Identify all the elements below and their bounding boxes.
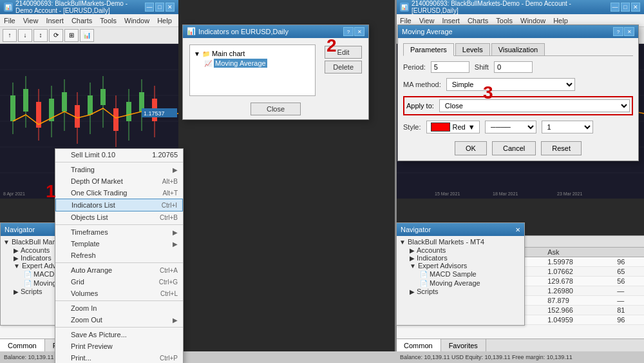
- common-tab-right[interactable]: Common: [396, 339, 441, 351]
- maximize-btn[interactable]: □: [155, 3, 164, 12]
- right-menu-insert[interactable]: Insert: [440, 17, 461, 25]
- menu-view[interactable]: View: [22, 17, 40, 25]
- menu-zoom-in[interactable]: Zoom In: [55, 302, 183, 314]
- menu-charts[interactable]: Charts: [70, 17, 93, 25]
- right-menu-view[interactable]: View: [418, 17, 436, 25]
- right-menu-window[interactable]: Window: [519, 17, 547, 25]
- auto-arrange-label: Auto Arrange: [71, 266, 112, 274]
- delete-indicator-btn[interactable]: Delete: [325, 61, 362, 74]
- right-nav-root-item[interactable]: ▼ BlackBull Markets - MT4: [399, 237, 522, 246]
- toolbar-btn-6[interactable]: 📊: [80, 29, 94, 42]
- period-input[interactable]: [431, 61, 469, 73]
- expand-icon-4: ▶: [14, 288, 19, 295]
- separator-1: [55, 162, 183, 162]
- ma-tab-visualization[interactable]: Visualization: [491, 43, 545, 55]
- menu-file[interactable]: File: [3, 17, 17, 25]
- menu-trading[interactable]: Trading ▶: [55, 164, 183, 175]
- toolbar-btn-3[interactable]: ↕: [33, 29, 48, 42]
- right-nav-ma-item[interactable]: 📄 Moving Average: [399, 279, 522, 288]
- sell-limit-value: 1.20765: [152, 151, 178, 159]
- ma-help-btn[interactable]: ?: [613, 27, 623, 36]
- ma-tabs: Parameters Levels Visualization: [403, 43, 633, 56]
- right-navigator-label: Navigator: [401, 226, 431, 233]
- template-label: Template: [71, 240, 100, 248]
- objects-list-shortcut: Ctrl+B: [160, 214, 178, 221]
- period-label: Period:: [403, 63, 426, 71]
- menu-window[interactable]: Window: [123, 17, 151, 25]
- reset-btn[interactable]: Reset: [541, 141, 582, 155]
- ok-btn[interactable]: OK: [455, 141, 487, 155]
- grid-shortcut: Ctrl+G: [159, 279, 178, 286]
- style-row: Style: Red ▼ ──── - - - 1 2 3: [403, 121, 633, 133]
- menu-help[interactable]: Help: [156, 17, 173, 25]
- common-tab-left[interactable]: Common: [0, 339, 45, 351]
- favorites-tab-right[interactable]: Favorites: [441, 339, 486, 351]
- menu-volumes[interactable]: Volumes Ctrl+L: [55, 288, 183, 299]
- right-nav-indicators-item[interactable]: ▶ Indicators: [399, 254, 522, 262]
- menu-auto-arrange[interactable]: Auto Arrange Ctrl+A: [55, 264, 183, 276]
- ma-method-select[interactable]: Simple Exponential Smoothed Linear Weigh…: [446, 78, 575, 91]
- menu-objects-list[interactable]: Objects List Ctrl+B: [55, 211, 183, 223]
- menu-one-click[interactable]: One Click Trading Alt+T: [55, 187, 183, 199]
- indicator-icon: 📈: [204, 60, 212, 67]
- right-nav-scripts-item[interactable]: ▶ Scripts: [399, 288, 522, 295]
- apply-to-select[interactable]: Close Open High Low Median Price Typical…: [439, 99, 630, 112]
- right-menu-file[interactable]: File: [399, 17, 413, 25]
- indicators-close-btn[interactable]: ✕: [354, 27, 365, 36]
- right-navigator-close-btn[interactable]: ✕: [515, 226, 520, 233]
- left-toolbar: ↑ ↓ ↕ ⟳ ⊞ 📊: [0, 27, 178, 44]
- toolbar-btn-4[interactable]: ⟳: [49, 29, 63, 42]
- menu-print[interactable]: Print... Ctrl+P: [55, 352, 183, 363]
- menu-indicators-list[interactable]: Indicators List Ctrl+I: [55, 199, 183, 211]
- close-btn[interactable]: ✕: [166, 3, 175, 12]
- ma-close-btn[interactable]: ✕: [624, 27, 634, 36]
- toolbar-btn-2[interactable]: ↓: [18, 29, 32, 42]
- right-nav-macd-item[interactable]: 📄 MACD Sample: [399, 270, 522, 279]
- line-width-select[interactable]: 1 2 3: [542, 121, 593, 133]
- right-app-icon: 📊: [400, 3, 409, 12]
- nav-accounts-label: Accounts: [21, 246, 50, 254]
- right-minimize-btn[interactable]: —: [611, 3, 620, 12]
- menu-zoom-out[interactable]: Zoom Out ▶: [55, 314, 183, 326]
- toolbar-btn-5[interactable]: ⊞: [64, 29, 79, 42]
- right-nav-experts-item[interactable]: ▼ Expert Advisors: [399, 262, 522, 270]
- tree-moving-average[interactable]: 📈 Moving Average: [194, 58, 311, 68]
- indicators-help-btn[interactable]: ?: [343, 27, 354, 36]
- color-label: Red: [453, 123, 466, 131]
- right-nav-accounts-item[interactable]: ▶ Accounts: [399, 246, 522, 254]
- right-window-controls[interactable]: — □ ✕: [611, 3, 640, 12]
- cancel-btn[interactable]: Cancel: [492, 141, 536, 155]
- menu-insert[interactable]: Insert: [44, 17, 65, 25]
- menu-grid[interactable]: Grid Ctrl+G: [55, 276, 183, 288]
- menu-template[interactable]: Template ▶: [55, 238, 183, 250]
- menu-save-picture[interactable]: Save As Picture...: [55, 329, 183, 340]
- navigator-label: Navigator: [5, 226, 35, 233]
- shift-input[interactable]: [494, 61, 533, 73]
- ma-tab-levels[interactable]: Levels: [455, 43, 490, 55]
- ma-tab-parameters[interactable]: Parameters: [403, 43, 454, 56]
- menu-timeframes[interactable]: Timeframes ▶: [55, 226, 183, 238]
- indicators-list-label: Indicators List: [71, 201, 115, 209]
- line-style-select[interactable]: ──── - - -: [485, 121, 536, 133]
- menu-depth-market[interactable]: Depth Of Market Alt+B: [55, 175, 183, 187]
- right-menu-help[interactable]: Help: [552, 17, 569, 25]
- indicators-dialog-controls[interactable]: ? ✕: [343, 27, 365, 36]
- ma-dialog-controls[interactable]: ? ✕: [613, 27, 634, 36]
- indicators-dialog-icon: 📊: [187, 27, 196, 36]
- spread: 56: [614, 277, 644, 286]
- toolbar-btn-1[interactable]: ↑: [3, 29, 17, 42]
- indicators-close-button[interactable]: Close: [251, 103, 301, 115]
- menu-sell-limit[interactable]: Sell Limit 0.10 1.20765: [55, 149, 183, 161]
- menu-refresh[interactable]: Refresh: [55, 250, 183, 261]
- color-selector[interactable]: Red ▼: [426, 121, 480, 133]
- left-window-controls[interactable]: — □ ✕: [145, 3, 175, 12]
- right-maximize-btn[interactable]: □: [621, 3, 630, 12]
- menu-tools[interactable]: Tools: [99, 17, 118, 25]
- minimize-btn[interactable]: —: [145, 3, 154, 12]
- right-menu-tools[interactable]: Tools: [495, 17, 514, 25]
- expand-icon-3: ▼: [14, 262, 20, 270]
- right-close-btn[interactable]: ✕: [631, 3, 640, 12]
- right-menu-charts[interactable]: Charts: [466, 17, 489, 25]
- menu-print-preview[interactable]: Print Preview: [55, 340, 183, 352]
- tree-main-chart[interactable]: ▼ 📁 Main chart: [194, 49, 311, 58]
